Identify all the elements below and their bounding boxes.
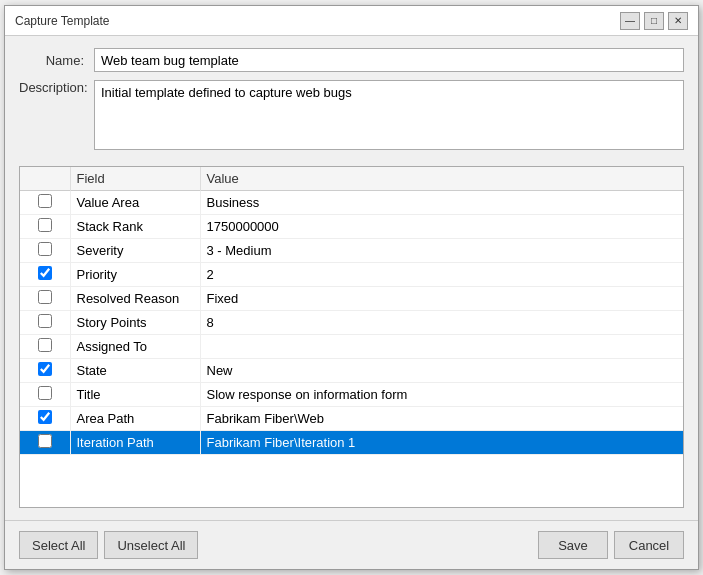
table-row[interactable]: Value AreaBusiness — [20, 191, 683, 215]
table-row[interactable]: Iteration PathFabrikam Fiber\Iteration 1 — [20, 431, 683, 455]
table-header: Field Value — [20, 167, 683, 191]
title-bar-controls: — □ ✕ — [620, 12, 688, 30]
value-cell — [200, 335, 683, 359]
maximize-button[interactable]: □ — [644, 12, 664, 30]
field-cell: State — [70, 359, 200, 383]
field-cell: Title — [70, 383, 200, 407]
field-cell: Severity — [70, 239, 200, 263]
field-cell: Story Points — [70, 311, 200, 335]
table-row[interactable]: StateNew — [20, 359, 683, 383]
table-row[interactable]: Resolved ReasonFixed — [20, 287, 683, 311]
description-row: Description: — [19, 80, 684, 150]
table-row[interactable]: Area PathFabrikam Fiber\Web — [20, 407, 683, 431]
field-cell: Priority — [70, 263, 200, 287]
include-checkbox[interactable] — [38, 314, 52, 328]
value-cell: 3 - Medium — [200, 239, 683, 263]
footer-right-buttons: Save Cancel — [538, 531, 684, 559]
value-cell: 1750000000 — [200, 215, 683, 239]
include-checkbox[interactable] — [38, 362, 52, 376]
include-checkbox[interactable] — [38, 410, 52, 424]
unselect-all-button[interactable]: Unselect All — [104, 531, 198, 559]
table-row[interactable]: TitleSlow response on information form — [20, 383, 683, 407]
select-all-button[interactable]: Select All — [19, 531, 98, 559]
header-field: Field — [70, 167, 200, 191]
footer: Select All Unselect All Save Cancel — [5, 520, 698, 569]
cancel-button[interactable]: Cancel — [614, 531, 684, 559]
value-cell: Business — [200, 191, 683, 215]
include-checkbox[interactable] — [38, 386, 52, 400]
header-include — [20, 167, 70, 191]
include-checkbox[interactable] — [38, 434, 52, 448]
field-cell: Assigned To — [70, 335, 200, 359]
fields-table-container: Field Value Value AreaBusinessStack Rank… — [19, 166, 684, 508]
field-cell: Value Area — [70, 191, 200, 215]
table-row[interactable]: Story Points8 — [20, 311, 683, 335]
main-content: Name: Description: Field Value Value Are… — [5, 36, 698, 520]
title-bar: Capture Template — □ ✕ — [5, 6, 698, 36]
name-input[interactable] — [94, 48, 684, 72]
capture-template-window: Capture Template — □ ✕ Name: Description… — [4, 5, 699, 570]
value-cell: Fixed — [200, 287, 683, 311]
value-cell: Slow response on information form — [200, 383, 683, 407]
footer-left-buttons: Select All Unselect All — [19, 531, 198, 559]
value-cell: New — [200, 359, 683, 383]
field-cell: Resolved Reason — [70, 287, 200, 311]
include-checkbox[interactable] — [38, 218, 52, 232]
table-row[interactable]: Severity3 - Medium — [20, 239, 683, 263]
field-cell: Stack Rank — [70, 215, 200, 239]
include-checkbox[interactable] — [38, 338, 52, 352]
close-button[interactable]: ✕ — [668, 12, 688, 30]
table-body: Value AreaBusinessStack Rank1750000000Se… — [20, 191, 683, 455]
value-cell: Fabrikam Fiber\Iteration 1 — [200, 431, 683, 455]
include-checkbox[interactable] — [38, 242, 52, 256]
window-title: Capture Template — [15, 14, 110, 28]
include-checkbox[interactable] — [38, 290, 52, 304]
value-cell: 8 — [200, 311, 683, 335]
field-cell: Iteration Path — [70, 431, 200, 455]
table-row[interactable]: Priority2 — [20, 263, 683, 287]
name-label: Name: — [19, 53, 94, 68]
header-value: Value — [200, 167, 683, 191]
value-cell: Fabrikam Fiber\Web — [200, 407, 683, 431]
minimize-button[interactable]: — — [620, 12, 640, 30]
description-textarea[interactable] — [94, 80, 684, 150]
include-checkbox[interactable] — [38, 266, 52, 280]
value-cell: 2 — [200, 263, 683, 287]
table-row[interactable]: Stack Rank1750000000 — [20, 215, 683, 239]
save-button[interactable]: Save — [538, 531, 608, 559]
include-checkbox[interactable] — [38, 194, 52, 208]
description-label: Description: — [19, 80, 94, 95]
field-cell: Area Path — [70, 407, 200, 431]
name-row: Name: — [19, 48, 684, 72]
table-row[interactable]: Assigned To — [20, 335, 683, 359]
fields-table: Field Value Value AreaBusinessStack Rank… — [20, 167, 683, 455]
